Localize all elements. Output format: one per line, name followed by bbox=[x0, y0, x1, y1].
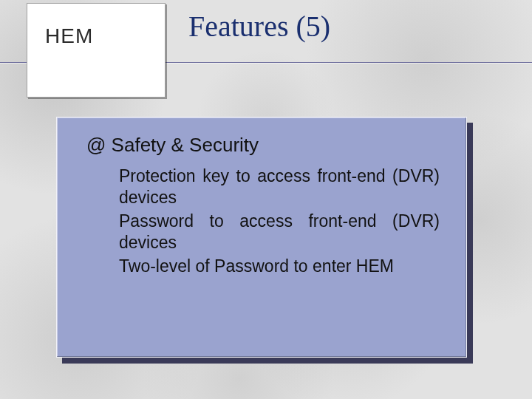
section-heading: @ Safety & Security bbox=[86, 134, 446, 157]
logo-text: HEM bbox=[45, 24, 93, 48]
slide-title: Features (5) bbox=[188, 9, 330, 44]
content-panel: @ Safety & Security Protection key to ac… bbox=[56, 117, 467, 358]
list-item: Password to access front-end (DVR) devic… bbox=[119, 211, 440, 254]
list-item: Protection key to access front-end (DVR)… bbox=[119, 166, 440, 209]
bullet-list: Protection key to access front-end (DVR)… bbox=[86, 166, 446, 277]
logo-box: HEM bbox=[27, 3, 166, 98]
list-item: Two-level of Password to enter HEM bbox=[119, 256, 440, 277]
